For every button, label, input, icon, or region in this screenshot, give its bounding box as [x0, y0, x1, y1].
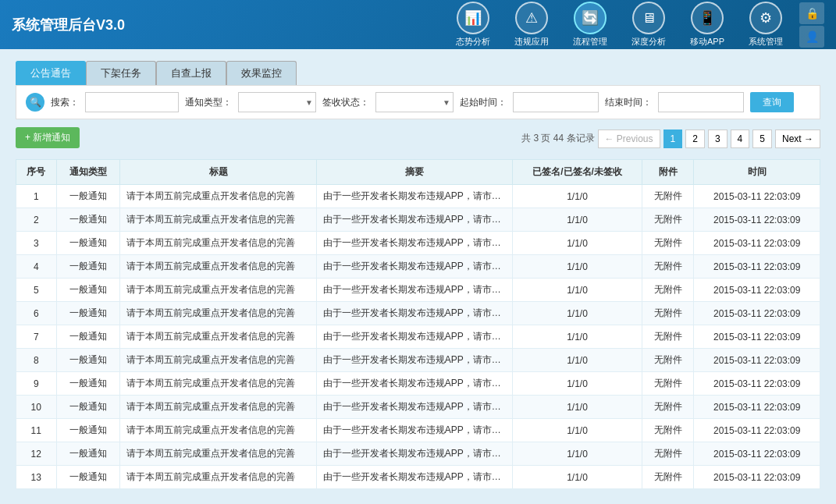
col-time: 时间 — [694, 160, 820, 185]
end-time-input[interactable] — [658, 92, 744, 112]
notice-type-select[interactable]: 一般通知 — [238, 92, 316, 112]
tab-monitor[interactable]: 效果监控 — [226, 61, 297, 85]
cell-type: 一般通知 — [56, 185, 120, 208]
page-3-button[interactable]: 3 — [708, 130, 727, 148]
table-row[interactable]: 9一般通知请于本周五前完成重点开发者信息的完善由于一些开发者长期发布违规APP，… — [16, 372, 820, 396]
cell-signs: 1/1/0 — [513, 372, 642, 396]
cell-time: 2015-03-11 22:03:09 — [694, 302, 820, 325]
nav-mobile[interactable]: 📱 移动APP — [680, 2, 735, 48]
table-row[interactable]: 3一般通知请于本周五前完成重点开发者信息的完善由于一些开发者长期发布违规APP，… — [16, 232, 820, 255]
table-row[interactable]: 1一般通知请于本周五前完成重点开发者信息的完善由于一些开发者长期发布违规APP，… — [16, 185, 820, 208]
cell-type: 一般通知 — [56, 325, 120, 349]
cell-title: 请于本周五前完成重点开发者信息的完善 — [120, 232, 316, 255]
cell-summary: 由于一些开发者长期发布违规APP，请市场协助... — [316, 325, 512, 349]
cell-title: 请于本周五前完成重点开发者信息的完善 — [120, 255, 316, 279]
cell-type: 一般通知 — [56, 302, 120, 325]
cell-title: 请于本周五前完成重点开发者信息的完善 — [120, 325, 316, 349]
nav-violation[interactable]: ⚠ 违规应用 — [504, 2, 559, 48]
tab-report[interactable]: 自查上报 — [156, 61, 226, 85]
user-icon[interactable]: 👤 — [799, 26, 824, 48]
cell-attachment: 无附件 — [642, 419, 694, 442]
prev-page-button[interactable]: ← Previous — [598, 130, 660, 148]
process-icon: 🔄 — [574, 2, 607, 34]
cell-summary: 由于一些开发者长期发布违规APP，请市场协助... — [316, 419, 512, 442]
search-icon-wrap: 🔍 — [26, 93, 44, 112]
start-time-input[interactable] — [513, 92, 599, 112]
violation-icon: ⚠ — [515, 2, 548, 34]
cell-signs: 1/1/0 — [513, 442, 642, 466]
search-label: 搜索： — [51, 96, 79, 109]
cell-summary: 由于一些开发者长期发布违规APP，请市场协助... — [316, 442, 512, 466]
nav-process[interactable]: 🔄 流程管理 — [563, 2, 617, 48]
cell-attachment: 无附件 — [642, 232, 694, 255]
mobile-icon: 📱 — [691, 2, 724, 34]
cell-time: 2015-03-11 22:03:09 — [694, 442, 820, 466]
cell-title: 请于本周五前完成重点开发者信息的完善 — [120, 466, 316, 489]
status-select[interactable]: 已签收 未签收 — [375, 92, 454, 112]
nav-system[interactable]: ⚙ 系统管理 — [738, 2, 793, 48]
nav-deep[interactable]: 🖥 深度分析 — [621, 2, 676, 48]
header-right-actions: 🔒 👤 — [799, 2, 824, 48]
lock-icon[interactable]: 🔒 — [799, 2, 824, 24]
cell-id: 8 — [16, 349, 57, 372]
cell-id: 6 — [16, 302, 57, 325]
cell-summary: 由于一些开发者长期发布违规APP，请市场协助... — [316, 255, 512, 279]
page-4-button[interactable]: 4 — [731, 130, 750, 148]
cell-signs: 1/1/0 — [513, 466, 642, 489]
cell-attachment: 无附件 — [642, 279, 694, 302]
pagination-info: 共 3 页 44 条记录 ← Previous 1 2 3 4 5 Next → — [521, 130, 820, 148]
cell-title: 请于本周五前完成重点开发者信息的完善 — [120, 279, 316, 302]
cell-summary: 由于一些开发者长期发布违规APP，请市场协助... — [316, 372, 512, 396]
cell-summary: 由于一些开发者长期发布违规APP，请市场协助... — [316, 466, 512, 489]
deep-icon: 🖥 — [632, 2, 665, 34]
cell-type: 一般通知 — [56, 466, 120, 489]
cell-signs: 1/1/0 — [513, 396, 642, 419]
page-1-button[interactable]: 1 — [663, 130, 683, 148]
cell-type: 一般通知 — [56, 279, 120, 302]
search-input[interactable] — [85, 92, 179, 112]
nav-situation[interactable]: 📊 态势分析 — [446, 2, 500, 48]
cell-signs: 1/1/0 — [513, 419, 642, 442]
cell-signs: 1/1/0 — [513, 185, 642, 208]
app-title: 系统管理后台V3.0 — [12, 16, 446, 34]
table-row[interactable]: 6一般通知请于本周五前完成重点开发者信息的完善由于一些开发者长期发布违规APP，… — [16, 302, 820, 325]
next-page-button[interactable]: Next → — [775, 130, 820, 148]
cell-id: 7 — [16, 325, 57, 349]
cell-attachment: 无附件 — [642, 302, 694, 325]
table-row[interactable]: 4一般通知请于本周五前完成重点开发者信息的完善由于一些开发者长期发布违规APP，… — [16, 255, 820, 279]
notice-type-select-wrap: 一般通知 ▼ — [238, 92, 316, 112]
cell-summary: 由于一些开发者长期发布违规APP，请市场协助... — [316, 208, 512, 232]
table-row[interactable]: 11一般通知请于本周五前完成重点开发者信息的完善由于一些开发者长期发布违规APP… — [16, 419, 820, 442]
col-summary: 摘要 — [316, 160, 512, 185]
search-button[interactable]: 查询 — [750, 92, 794, 112]
col-signs: 已签名/已签名/未签收 — [513, 160, 642, 185]
nav-mobile-label: 移动APP — [690, 36, 724, 48]
cell-title: 请于本周五前完成重点开发者信息的完善 — [120, 396, 316, 419]
table-row[interactable]: 8一般通知请于本周五前完成重点开发者信息的完善由于一些开发者长期发布违规APP，… — [16, 349, 820, 372]
page-5-button[interactable]: 5 — [752, 130, 772, 148]
table-row[interactable]: 2一般通知请于本周五前完成重点开发者信息的完善由于一些开发者长期发布违规APP，… — [16, 208, 820, 232]
cell-title: 请于本周五前完成重点开发者信息的完善 — [120, 419, 316, 442]
table-row[interactable]: 7一般通知请于本周五前完成重点开发者信息的完善由于一些开发者长期发布违规APP，… — [16, 325, 820, 349]
table-row[interactable]: 12一般通知请于本周五前完成重点开发者信息的完善由于一些开发者长期发布违规APP… — [16, 442, 820, 466]
cell-id: 12 — [16, 442, 57, 466]
table-row[interactable]: 10一般通知请于本周五前完成重点开发者信息的完善由于一些开发者长期发布违规APP… — [16, 396, 820, 419]
cell-type: 一般通知 — [56, 208, 120, 232]
system-icon: ⚙ — [749, 2, 782, 34]
cell-type: 一般通知 — [56, 349, 120, 372]
cell-type: 一般通知 — [56, 232, 120, 255]
page-2-button[interactable]: 2 — [685, 130, 705, 148]
tab-notice[interactable]: 公告通告 — [16, 61, 86, 85]
cell-attachment: 无附件 — [642, 396, 694, 419]
table-row[interactable]: 5一般通知请于本周五前完成重点开发者信息的完善由于一些开发者长期发布违规APP，… — [16, 279, 820, 302]
status-label: 签收状态： — [322, 96, 369, 109]
table-row[interactable]: 13一般通知请于本周五前完成重点开发者信息的完善由于一些开发者长期发布违规APP… — [16, 466, 820, 489]
cell-title: 请于本周五前完成重点开发者信息的完善 — [120, 372, 316, 396]
add-notice-button[interactable]: + 新增通知 — [16, 127, 80, 148]
cell-type: 一般通知 — [56, 372, 120, 396]
cell-type: 一般通知 — [56, 419, 120, 442]
cell-time: 2015-03-11 22:03:09 — [694, 419, 820, 442]
tab-offline[interactable]: 下架任务 — [86, 61, 156, 85]
cell-id: 11 — [16, 419, 57, 442]
cell-time: 2015-03-11 22:03:09 — [694, 372, 820, 396]
